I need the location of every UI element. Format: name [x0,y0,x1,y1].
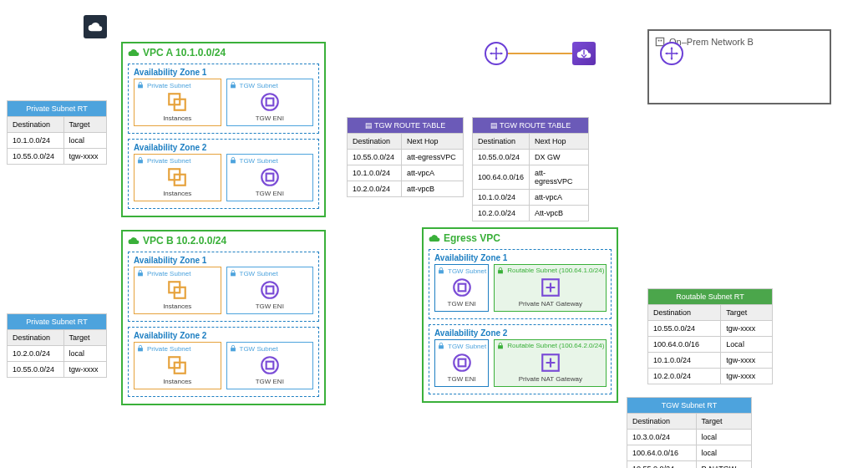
private-subnet: Private Subnet Instances [134,342,221,389]
svg-point-22 [261,357,278,374]
col-dest: Destination [627,414,697,430]
private-subnet: Private Subnet Instances [134,267,221,314]
col-target: Target [63,117,106,133]
vpc-a-title: VPC A 10.1.0.0/24 [128,47,319,58]
table-title: Routable Subnet RT [648,289,773,305]
table-row: 10.1.0.0/24local [8,133,107,149]
instances-icon [166,166,188,188]
svg-rect-15 [231,272,236,276]
table-row: 10.55.0.0/24tgw-xxxx [8,149,107,165]
lock-icon [437,267,445,275]
col-dest: Destination [8,330,64,346]
cloud-icon [429,232,440,244]
az-title: Availability Zone 2 [134,331,313,340]
caption: TGW ENI [448,300,476,308]
instances-icon [166,279,188,301]
onprem-network: On–Prem Network B [647,29,831,104]
caption: TGW ENI [256,378,284,385]
tgw-subnet: TGW Subnet TGW ENI [226,154,314,201]
table-row: 100.64.0.0/16Local [648,337,773,353]
table-title: TGW Subnet RT [627,398,752,414]
caption: Instances [163,303,191,310]
vpc-b-az1: Availability Zone 1 Private Subnet Insta… [128,252,319,322]
svg-marker-44 [676,53,678,55]
cloud-icon [128,47,140,58]
tgw-subnet: TGW Subnet TGW ENI [226,79,314,126]
tgw-subnet: TGW Subnet TGW ENI [226,267,314,314]
routable-subnet: Routable Subnet (100.64.2.0/24) Private … [494,339,607,387]
caption: Private NAT Gateway [519,375,582,383]
route-table-icon: ▤ [490,121,498,130]
svg-rect-18 [138,348,143,351]
caption: TGW ENI [256,303,284,310]
eni-icon [451,277,473,298]
svg-point-25 [454,279,470,296]
col-target: Target [696,414,751,430]
private-subnet-rt-b: Private Subnet RT DestinationTarget 10.2… [7,313,107,378]
table-title: Private Subnet RT [8,314,107,330]
route-table-icon: ▤ [365,121,373,130]
caption: Private NAT Gateway [519,300,582,308]
vpc-b-az2: Availability Zone 2 Private Subnet Insta… [128,327,319,397]
col-dest: Destination [473,134,530,150]
table-row: 10.55.0.0/24DX GW [473,150,589,165]
lock-icon [229,81,237,89]
col-dest: Destination [648,305,721,321]
svg-marker-42 [671,58,673,60]
svg-rect-3 [231,84,236,88]
table-row: 10.1.0.0/24tgw-xxxx [648,353,773,369]
transit-gateway-icon [660,42,683,65]
svg-rect-5 [266,99,273,106]
svg-marker-38 [495,58,498,60]
az-title: Availability Zone 1 [434,253,606,262]
connection-line [508,53,573,54]
svg-rect-31 [458,359,465,367]
lock-icon [229,269,237,277]
svg-marker-41 [671,47,673,49]
svg-rect-36 [661,40,662,42]
lock-icon [229,344,237,353]
svg-rect-23 [266,362,273,369]
table-row: 10.1.0.0/24att-vpcA [348,165,464,181]
vpc-a-az1: Availability Zone 1 Private Subnet Insta… [128,64,319,134]
table-row: 10.55.0.0/24tgw-xxxx [648,321,773,337]
table-title: TGW ROUTE TABLE [374,121,445,130]
routable-subnet: Routable Subnet (100.64.1.0/24) Private … [494,264,607,312]
col-next: Next Hop [530,134,589,150]
vpc-a-az2: Availability Zone 2 Private Subnet Insta… [128,139,319,209]
eni-icon [259,91,281,113]
svg-marker-39 [490,53,492,55]
eni-icon [451,352,473,374]
nat-gateway-icon [540,352,561,374]
table-title: Private Subnet RT [8,101,107,117]
col-dest: Destination [348,134,402,150]
svg-rect-24 [439,270,444,273]
eni-icon [259,279,281,301]
table-row: 100.64.0.0/16local [627,445,752,461]
tgw-route-table-1: ▤ TGW ROUTE TABLE DestinationNext Hop 10… [347,117,464,197]
svg-point-4 [261,94,278,110]
lock-icon [229,156,237,165]
caption: TGW ENI [256,190,284,197]
private-subnet-rt-a: Private Subnet RT DestinationTarget 10.1… [7,100,107,165]
svg-rect-12 [138,272,143,276]
svg-marker-37 [495,47,498,49]
svg-rect-32 [498,345,503,348]
lock-icon [437,342,445,350]
svg-point-10 [261,169,278,186]
col-dest: Destination [8,117,64,133]
instances-icon [166,354,188,376]
egress-title: Egress VPC [429,232,612,244]
svg-rect-29 [439,345,444,348]
az-title: Availability Zone 1 [134,68,313,77]
table-title: TGW ROUTE TABLE [500,121,571,130]
table-row: 10.2.0.0/24tgw-xxxx [648,369,773,384]
svg-rect-11 [266,174,273,181]
egress-az2: Availability Zone 2 TGW Subnet TGW ENI R… [429,324,612,394]
lock-icon [496,267,505,275]
svg-point-16 [261,282,278,298]
transit-gateway-icon [485,42,508,65]
table-row: 10.2.0.0/24local [8,346,107,362]
eni-icon [259,354,281,376]
svg-rect-26 [458,284,465,292]
